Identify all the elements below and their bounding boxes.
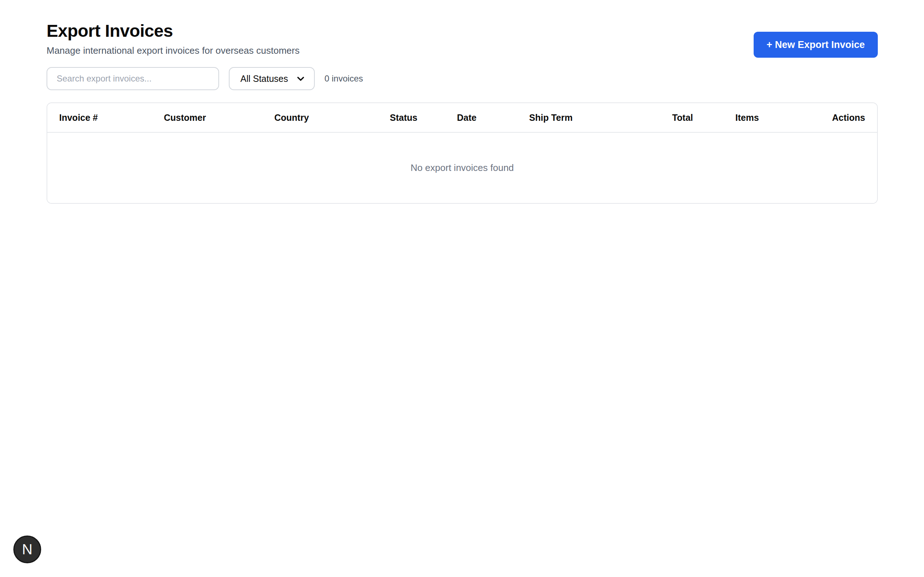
- page-header: Export Invoices Manage international exp…: [47, 21, 878, 58]
- page-subtitle: Manage international export invoices for…: [47, 45, 300, 56]
- table-header-row: Invoice # Customer Country Status Date S…: [47, 103, 877, 132]
- column-header-country: Country: [262, 103, 378, 132]
- toolbar: All Statuses 0 invoices: [47, 67, 878, 90]
- new-export-invoice-button[interactable]: + New Export Invoice: [754, 32, 878, 58]
- column-header-actions: Actions: [801, 103, 877, 132]
- column-header-total: Total: [609, 103, 693, 132]
- invoice-count-label: 0 invoices: [325, 74, 363, 84]
- chevron-down-icon: [296, 74, 305, 83]
- column-header-date: Date: [445, 103, 517, 132]
- invoices-table-card: Invoice # Customer Country Status Date S…: [47, 102, 878, 204]
- column-header-status: Status: [378, 103, 445, 132]
- status-filter-value: All Statuses: [241, 74, 288, 84]
- column-header-invoice-number: Invoice #: [47, 103, 152, 132]
- invoices-table: Invoice # Customer Country Status Date S…: [47, 103, 877, 203]
- dev-tools-badge[interactable]: N: [13, 535, 41, 563]
- column-header-ship-term: Ship Term: [517, 103, 609, 132]
- column-header-customer: Customer: [152, 103, 262, 132]
- export-invoices-page: Export Invoices Manage international exp…: [0, 0, 924, 204]
- page-header-text: Export Invoices Manage international exp…: [47, 21, 300, 56]
- status-filter-select[interactable]: All Statuses: [229, 67, 315, 90]
- empty-state-row: No export invoices found: [47, 132, 877, 203]
- empty-state-message: No export invoices found: [47, 132, 877, 203]
- search-input[interactable]: [47, 67, 219, 90]
- page-title: Export Invoices: [47, 21, 300, 41]
- column-header-items: Items: [693, 103, 801, 132]
